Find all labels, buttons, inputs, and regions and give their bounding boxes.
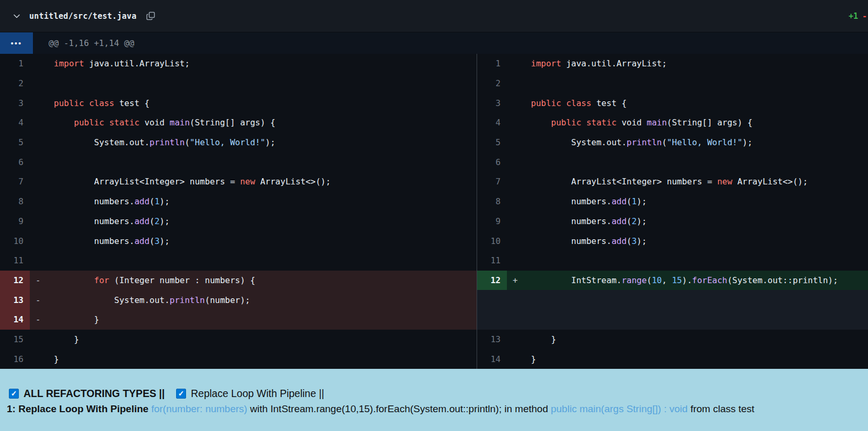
diff-row-context: 6 bbox=[477, 152, 868, 172]
file-path: untitled/src/test.java bbox=[29, 11, 136, 21]
line-number: 3 bbox=[0, 93, 30, 113]
refactoring-panel: ✓ALL REFACTORING TYPES ||✓Replace Loop W… bbox=[0, 369, 868, 431]
line-number: 8 bbox=[477, 192, 507, 212]
diff-row-context: 7 ArrayList<Integer> numbers = new Array… bbox=[477, 172, 868, 192]
diff-row-context: 8 numbers.add(1); bbox=[0, 192, 477, 212]
line-number: 2 bbox=[0, 74, 30, 94]
refactoring-detail-text: 1: Replace Loop With Pipeline bbox=[7, 403, 151, 414]
code-line: IntStream.range(10, 15).forEach(System.o… bbox=[531, 275, 838, 285]
diff-row-context: 14} bbox=[477, 349, 868, 369]
diff-row-context: 2 bbox=[0, 74, 477, 94]
diff-pane-modified: 1import java.util.ArrayList;23public cla… bbox=[477, 54, 868, 369]
line-number: 11 bbox=[0, 251, 30, 271]
code-line: public static void main(String[] args) { bbox=[531, 118, 753, 127]
copy-path-icon[interactable] bbox=[146, 11, 156, 21]
diff-row-context: 5 System.out.println("Hello, World!"); bbox=[477, 133, 868, 153]
code-line: } bbox=[54, 314, 99, 324]
line-number: 14 bbox=[477, 349, 507, 369]
line-number bbox=[477, 310, 507, 330]
line-number: 15 bbox=[0, 330, 30, 350]
line-number: 13 bbox=[0, 290, 30, 310]
refactoring-detail-text: with IntStream.range(10,15).forEach(Syst… bbox=[247, 403, 551, 414]
diff-row-filler bbox=[477, 290, 868, 310]
refactoring-filter-checkbox-2[interactable]: ✓ bbox=[176, 389, 186, 399]
code-line: numbers.add(2); bbox=[54, 216, 170, 226]
diff-row-context: 11 bbox=[0, 251, 477, 271]
diff-marker: - bbox=[30, 314, 54, 324]
code-line: } bbox=[54, 334, 79, 344]
added-lines-count: +1 bbox=[849, 11, 858, 21]
code-line: numbers.add(1); bbox=[54, 196, 170, 206]
code-line: numbers.add(3); bbox=[54, 236, 170, 246]
line-number: 6 bbox=[477, 152, 507, 172]
diff-editor: 1import java.util.ArrayList;23public cla… bbox=[0, 54, 868, 369]
line-number: 5 bbox=[477, 133, 507, 153]
diff-row-context: 5 System.out.println("Hello, World!"); bbox=[0, 133, 477, 153]
code-line: ArrayList<Integer> numbers = new ArrayLi… bbox=[531, 177, 808, 187]
diff-row-removed: 13- System.out.println(number); bbox=[0, 290, 477, 310]
diff-row-context: 15 } bbox=[0, 330, 477, 350]
code-line: System.out.println("Hello, World!"); bbox=[54, 137, 275, 147]
line-number: 10 bbox=[0, 231, 30, 251]
diff-row-context: 3public class test { bbox=[0, 93, 477, 113]
refactoring-detail-link[interactable]: public main(args String[]) : void bbox=[551, 403, 688, 414]
diff-viewer-window: untitled/src/test.java +1 - ••• @@ -1,16… bbox=[0, 0, 868, 431]
code-line: System.out.println("Hello, World!"); bbox=[531, 137, 753, 147]
refactoring-detail-line: 1: Replace Loop With Pipeline for(number… bbox=[0, 403, 868, 415]
hunk-header-row: ••• @@ -1,16 +1,14 @@ bbox=[0, 32, 868, 54]
diff-pane-original: 1import java.util.ArrayList;23public cla… bbox=[0, 54, 477, 369]
diff-marker: - bbox=[30, 295, 54, 305]
code-line: numbers.add(3); bbox=[531, 236, 647, 246]
code-line: System.out.println(number); bbox=[54, 295, 250, 305]
diff-row-removed: 14- } bbox=[0, 310, 477, 330]
diff-row-context: 13 } bbox=[477, 330, 868, 350]
diff-row-context: 9 numbers.add(2); bbox=[0, 212, 477, 231]
code-line: ArrayList<Integer> numbers = new ArrayLi… bbox=[54, 177, 331, 187]
chevron-down-icon[interactable] bbox=[13, 12, 21, 20]
code-line: import java.util.ArrayList; bbox=[531, 59, 667, 68]
refactoring-detail-link[interactable]: for(number: numbers) bbox=[151, 403, 247, 414]
removed-lines-count: - bbox=[862, 11, 867, 21]
diff-row-context: 1import java.util.ArrayList; bbox=[0, 54, 477, 74]
diff-row-removed: 12- for (Integer number : numbers) { bbox=[0, 271, 477, 290]
diff-title-bar: untitled/src/test.java +1 - bbox=[0, 0, 868, 32]
line-number: 4 bbox=[0, 113, 30, 133]
refactoring-detail-text: from class test bbox=[688, 403, 755, 414]
hunk-menu-button[interactable]: ••• bbox=[0, 32, 33, 54]
diff-stat: +1 - bbox=[849, 0, 868, 32]
diff-row-context: 11 bbox=[477, 251, 868, 271]
refactoring-filter-checkbox-1[interactable]: ✓ bbox=[9, 389, 19, 399]
line-number: 12 bbox=[477, 271, 507, 290]
line-number: 10 bbox=[477, 231, 507, 251]
code-line: public static void main(String[] args) { bbox=[54, 118, 275, 127]
refactoring-filter-label-2: Replace Loop With Pipeline || bbox=[191, 388, 324, 400]
line-number: 6 bbox=[0, 152, 30, 172]
diff-row-context: 7 ArrayList<Integer> numbers = new Array… bbox=[0, 172, 477, 192]
code-line: public class test { bbox=[531, 98, 627, 108]
code-line: numbers.add(2); bbox=[531, 216, 647, 226]
diff-row-context: 1import java.util.ArrayList; bbox=[477, 54, 868, 74]
line-number: 5 bbox=[0, 133, 30, 153]
code-line: for (Integer number : numbers) { bbox=[54, 275, 255, 285]
line-number: 9 bbox=[0, 212, 30, 231]
diff-row-context: 4 public static void main(String[] args)… bbox=[477, 113, 868, 133]
diff-row-context: 8 numbers.add(1); bbox=[477, 192, 868, 212]
code-line: } bbox=[531, 334, 556, 344]
line-number: 9 bbox=[477, 212, 507, 231]
line-number: 11 bbox=[477, 251, 507, 271]
code-line: import java.util.ArrayList; bbox=[54, 59, 190, 68]
diff-row-context: 10 numbers.add(3); bbox=[477, 231, 868, 251]
diff-row-filler bbox=[477, 310, 868, 330]
line-number: 7 bbox=[477, 172, 507, 192]
diff-row-context: 2 bbox=[477, 74, 868, 94]
line-number: 8 bbox=[0, 192, 30, 212]
line-number bbox=[477, 290, 507, 310]
diff-row-context: 4 public static void main(String[] args)… bbox=[0, 113, 477, 133]
line-number: 2 bbox=[477, 74, 507, 94]
diff-marker: + bbox=[507, 275, 531, 285]
code-line: } bbox=[54, 354, 59, 364]
diff-row-context: 9 numbers.add(2); bbox=[477, 212, 868, 231]
diff-row-context: 10 numbers.add(3); bbox=[0, 231, 477, 251]
code-line: numbers.add(1); bbox=[531, 196, 647, 206]
line-number: 13 bbox=[477, 330, 507, 350]
